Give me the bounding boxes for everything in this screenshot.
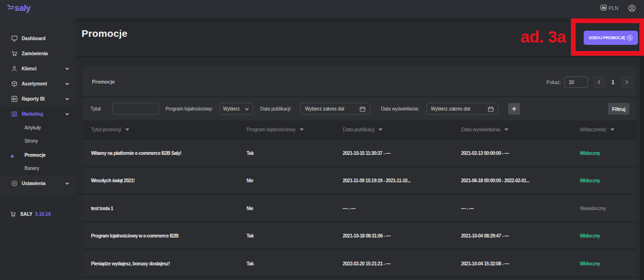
svg-text:Bi: Bi — [13, 97, 16, 101]
